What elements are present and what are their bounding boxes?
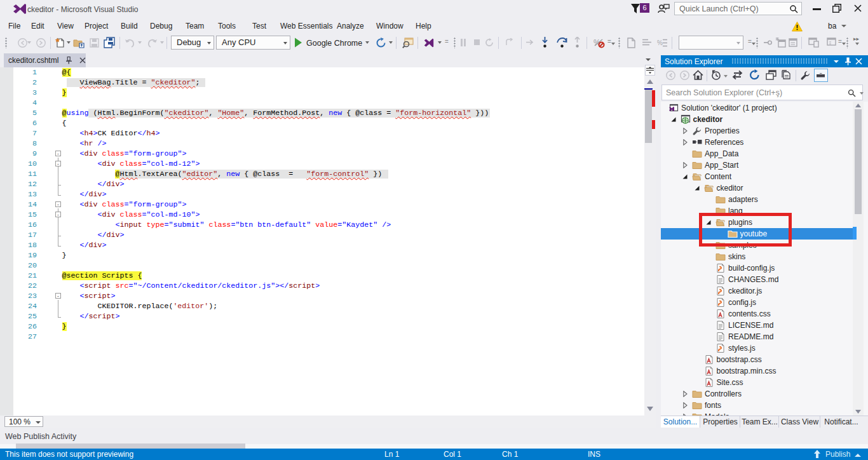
svg-text:%: % [657, 39, 663, 46]
